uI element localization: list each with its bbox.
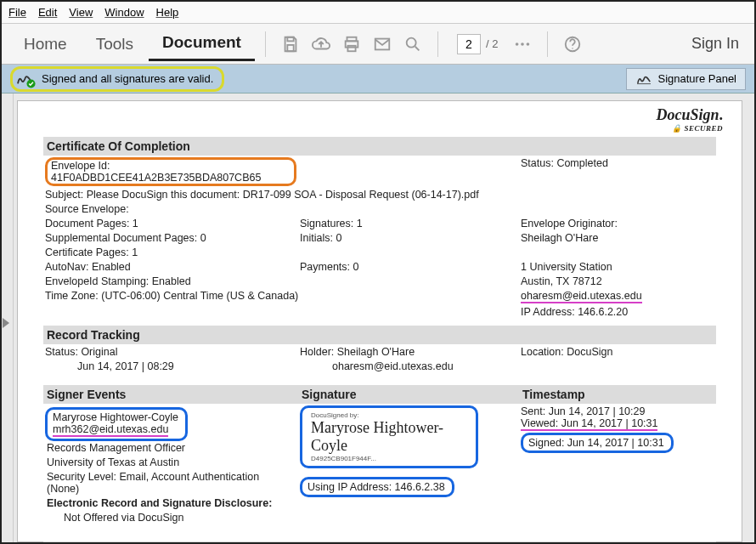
menu-view[interactable]: View — [69, 6, 93, 19]
timestamp-signed-box: Signed: Jun 14, 2017 | 10:31 — [521, 433, 674, 453]
more-icon[interactable] — [508, 30, 537, 59]
ip-address-label: IP Address: 146.6.2.20 — [519, 304, 716, 319]
autonav-label: AutoNav: Enabled — [43, 259, 298, 274]
signatures-count-label: Signatures: 1 — [298, 216, 519, 230]
sign-in-button[interactable]: Sign In — [685, 35, 746, 53]
section-inperson-events-header: In Person Signer Events — [43, 541, 298, 542]
signer-name: Maryrose Hightower-Coyle — [53, 411, 178, 423]
signature-image-box: DocuSigned by: Maryrose Hightower-Coyle … — [300, 405, 478, 468]
signer-security: Security Level: Email, Account Authentic… — [45, 470, 266, 496]
section-timestamp-header: Timestamp — [519, 385, 716, 404]
signature-cursive: Maryrose Hightower-Coyle — [311, 419, 467, 455]
page-navigator: / 2 — [457, 34, 498, 54]
print-icon[interactable] — [337, 30, 366, 59]
envelope-id: Envelope Id: 41F0ADBD1CEE41A2B3E735BDA80… — [45, 157, 296, 186]
save-icon[interactable] — [276, 30, 305, 59]
page-current-input[interactable] — [457, 34, 481, 54]
tracking-status: Status: Original — [43, 344, 298, 359]
signer-org: University of Texas at Austin — [45, 456, 296, 470]
page-total-label: / 2 — [486, 37, 498, 50]
disclosure-value: Not Offered via DocuSign — [45, 511, 296, 525]
signature-status-bar: Signed and all signatures are valid. Sig… — [2, 65, 754, 94]
signature-valid-text: Signed and all signatures are valid. — [42, 72, 213, 85]
svg-rect-0 — [287, 37, 293, 41]
timestamp-viewed: Viewed: Jun 14, 2017 | 10:31 — [521, 417, 657, 431]
originator-name: Sheilagh O'Hare — [519, 230, 716, 245]
svg-point-9 — [527, 42, 530, 46]
signer-email: mrh362@eid.utexas.edu — [53, 423, 168, 437]
source-envelope-label: Source Envelope: — [43, 201, 298, 216]
toolbar-separator — [547, 31, 548, 57]
signer-identity-box: Maryrose Hightower-Coyle mrh362@eid.utex… — [45, 407, 188, 441]
svg-point-11 — [573, 48, 573, 48]
address-line-2: Austin, TX 78712 — [519, 274, 716, 288]
originator-email: oharesm@eid.utexas.edu — [521, 290, 642, 303]
svg-point-6 — [407, 37, 416, 47]
section-inperson-signature-header: Signature — [298, 541, 519, 542]
signer-ip-box: Using IP Address: 146.6.2.38 — [300, 477, 454, 497]
menu-file[interactable]: File — [8, 6, 26, 19]
signature-panel-button[interactable]: Signature Panel — [626, 68, 746, 90]
envelope-originator-label: Envelope Originator: — [519, 216, 716, 230]
initials-count-label: Initials: 0 — [298, 230, 519, 245]
address-line-1: 1 University Station — [519, 259, 716, 274]
doc-pages-label: Document Pages: 1 — [43, 216, 298, 230]
section-tracking-header: Record Tracking — [43, 326, 716, 344]
document-viewport: DocuSign. SECURED Certificate Of Complet… — [2, 94, 754, 542]
section-signature-header: Signature — [298, 385, 519, 404]
toolbar-separator — [437, 31, 438, 57]
docusign-logo: DocuSign. SECURED — [656, 106, 723, 133]
tab-home[interactable]: Home — [10, 28, 81, 60]
tracking-holder: Holder: Sheilagh O'Hare — [298, 344, 519, 359]
help-icon[interactable] — [558, 30, 587, 59]
signature-hash: D4925CB901F944F... — [311, 455, 467, 462]
timezone-label: Time Zone: (UTC-06:00) Central Time (US … — [43, 288, 519, 304]
expand-panel-arrow-icon[interactable] — [3, 318, 9, 328]
section-signer-events-header: Signer Events — [43, 385, 298, 404]
menubar: File Edit View Window Help — [2, 2, 754, 24]
document-page: DocuSign. SECURED Certificate Of Complet… — [17, 100, 742, 542]
tracking-holder-email: oharesm@eid.utexas.edu — [298, 359, 519, 373]
email-icon[interactable] — [368, 30, 397, 59]
timestamp-sent: Sent: Jun 14, 2017 | 10:29 — [521, 405, 714, 417]
pen-icon — [635, 72, 652, 86]
section-certificate-header: Certificate Of Completion — [43, 137, 716, 156]
toolbar: Home Tools Document / 2 Sign In — [2, 24, 754, 65]
toolbar-separator — [265, 31, 266, 57]
payments-label: Payments: 0 — [298, 259, 519, 274]
signer-role: Records Management Officer — [45, 441, 296, 456]
section-inperson-timestamp-header: Timestamp — [519, 541, 716, 542]
supplemental-pages-label: Supplemental Document Pages: 0 — [43, 230, 298, 245]
cert-pages-label: Certificate Pages: 1 — [43, 245, 298, 259]
menu-help[interactable]: Help — [156, 6, 179, 19]
docusigned-by-label: DocuSigned by: — [311, 411, 467, 419]
subject-label: Subject: Please DocuSign this document: … — [43, 187, 716, 201]
stamping-label: EnvelopeId Stamping: Enabled — [43, 274, 298, 288]
tracking-date: Jun 14, 2017 | 08:29 — [43, 359, 298, 373]
signature-valid-icon — [16, 71, 35, 87]
tracking-location: Location: DocuSign — [519, 344, 716, 359]
menu-edit[interactable]: Edit — [38, 6, 57, 19]
svg-point-8 — [522, 42, 525, 46]
disclosure-label: Electronic Record and Signature Disclosu… — [45, 496, 296, 511]
tab-tools[interactable]: Tools — [82, 28, 147, 60]
signature-valid-indicator: Signed and all signatures are valid. — [10, 66, 224, 92]
menu-window[interactable]: Window — [104, 6, 144, 19]
svg-rect-1 — [287, 44, 293, 50]
svg-point-7 — [516, 42, 519, 46]
side-panel-collapsed — [2, 94, 14, 542]
cloud-upload-icon[interactable] — [307, 30, 336, 59]
search-icon[interactable] — [398, 30, 427, 59]
signature-panel-label: Signature Panel — [657, 72, 736, 85]
status-label: Status: Completed — [519, 156, 716, 187]
tab-document[interactable]: Document — [149, 26, 255, 61]
